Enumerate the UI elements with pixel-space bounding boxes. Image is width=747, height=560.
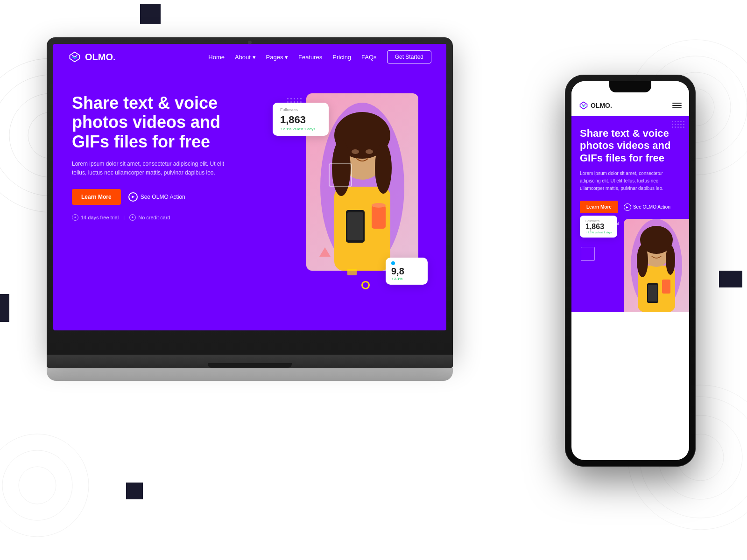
laptop-stand: [47, 368, 453, 381]
svg-point-21: [352, 149, 359, 154]
laptop-hero-desc: Lorem ipsum dolor sit amet, consectetur …: [72, 160, 240, 177]
svg-rect-33: [662, 280, 670, 294]
phone-learn-more-button[interactable]: Learn More: [580, 201, 618, 213]
svg-point-9: [2, 450, 72, 520]
phone-dots: [672, 121, 684, 128]
laptop-hero-image-area: Followers 1,863 ↑ 2.1% vs last 1 days 9,…: [254, 89, 428, 303]
phone-notch: [609, 81, 651, 92]
laptop-nav-links: Home About ▾ Pages ▾ Features Pricing FA…: [208, 50, 431, 63]
phone-followers-label: Followers: [585, 219, 612, 223]
phone-hero: Share text & voice photos videos and GIF…: [571, 116, 689, 312]
laptop-logo: OLMO.: [68, 50, 116, 63]
decor-square-1: [140, 4, 161, 24]
trial-icon: ✦: [72, 214, 78, 221]
followers-label: Followers: [280, 107, 321, 112]
laptop-cta-button[interactable]: Get Started: [387, 50, 431, 63]
stat-icon-row: [391, 261, 422, 265]
laptop-hero-badges: ✦ 14 days free trial | ✦ No credit card: [72, 214, 240, 221]
nav-home[interactable]: Home: [208, 54, 225, 61]
phone-logo: OLMO.: [579, 101, 612, 110]
nav-pages[interactable]: Pages ▾: [266, 54, 288, 61]
phone-deco-rect: [581, 247, 595, 261]
laptop-base: [47, 355, 453, 368]
svg-point-32: [666, 245, 675, 275]
svg-rect-35: [648, 285, 657, 301]
laptop-screen: OLMO. Home About ▾ Pages ▾ Features Pric…: [53, 44, 446, 330]
decor-square-4: [719, 271, 742, 287]
stat-dot: [391, 261, 395, 265]
phone-followers-change: ↑ 2.1% vs last 1 days: [585, 231, 612, 234]
stat-card: 9,8 ↑ 2.1%: [386, 258, 428, 285]
deco-circle: [361, 281, 370, 289]
phone-hero-title: Share text & voice photos videos and GIF…: [580, 127, 681, 164]
svg-point-22: [366, 149, 373, 154]
svg-rect-23: [372, 205, 386, 229]
laptop-hero-buttons: Learn More ▶ See OLMO Action: [72, 189, 240, 205]
svg-point-10: [0, 434, 89, 537]
phone-pink-box: [624, 219, 689, 312]
phone-followers-card: Followers 1,863 ↑ 2.1% vs last 1 days: [580, 216, 617, 238]
laptop-outer: OLMO. Home About ▾ Pages ▾ Features Pric…: [47, 37, 453, 355]
laptop-hero-title: Share text & voice photos videos and GIF…: [72, 93, 240, 151]
play-icon: ▶: [128, 192, 138, 202]
decor-square-3: [126, 483, 143, 499]
laptop-mockup: OLMO. Home About ▾ Pages ▾ Features Pric…: [47, 37, 453, 401]
nav-pricing[interactable]: Pricing: [332, 54, 351, 61]
nav-faqs[interactable]: FAQs: [361, 54, 377, 61]
followers-number: 1,863: [280, 114, 321, 126]
laptop-hero-text: Share text & voice photos videos and GIF…: [72, 89, 240, 221]
laptop-hero: Share text & voice photos videos and GIF…: [53, 70, 446, 313]
laptop-nav: OLMO. Home About ▾ Pages ▾ Features Pric…: [53, 44, 446, 70]
deco-triangle: [319, 247, 331, 257]
decor-square-2: [0, 294, 9, 322]
phone-screen: OLMO. Share text & voice photos videos a…: [571, 81, 689, 460]
no-card-icon: ✦: [129, 214, 136, 221]
phone-hero-desc: Lorem ipsum dolor sit amet, consectetur …: [580, 170, 681, 192]
stat-number: 9,8: [391, 266, 422, 277]
laptop-learn-more-button[interactable]: Learn More: [72, 189, 121, 205]
svg-point-8: [19, 467, 56, 504]
phone-hero-image: [614, 200, 689, 312]
hamburger-menu[interactable]: [672, 103, 682, 108]
nav-about[interactable]: About ▾: [235, 54, 256, 61]
followers-card: Followers 1,863 ↑ 2.1% vs last 1 days: [273, 103, 329, 136]
nav-features[interactable]: Features: [298, 54, 322, 61]
deco-small-rect: [347, 269, 357, 275]
phone-mockup: OLMO. Share text & voice photos videos a…: [565, 75, 696, 467]
badge-no-card: ✦ No credit card: [129, 214, 170, 221]
laptop-see-action-button[interactable]: ▶ See OLMO Action: [128, 192, 185, 202]
laptop-camera: [248, 41, 252, 44]
badge-trial: ✦ 14 days free trial: [72, 214, 119, 221]
svg-rect-26: [347, 212, 363, 240]
svg-point-31: [637, 245, 648, 277]
stat-change: ↑ 2.1%: [391, 277, 422, 281]
svg-point-20: [375, 142, 392, 194]
phone-followers-number: 1,863: [585, 223, 612, 231]
phone-outer: OLMO. Share text & voice photos videos a…: [565, 75, 696, 467]
followers-change: ↑ 2.1% vs last 1 days: [280, 127, 321, 131]
deco-rect: [329, 163, 352, 187]
svg-point-24: [372, 203, 386, 208]
